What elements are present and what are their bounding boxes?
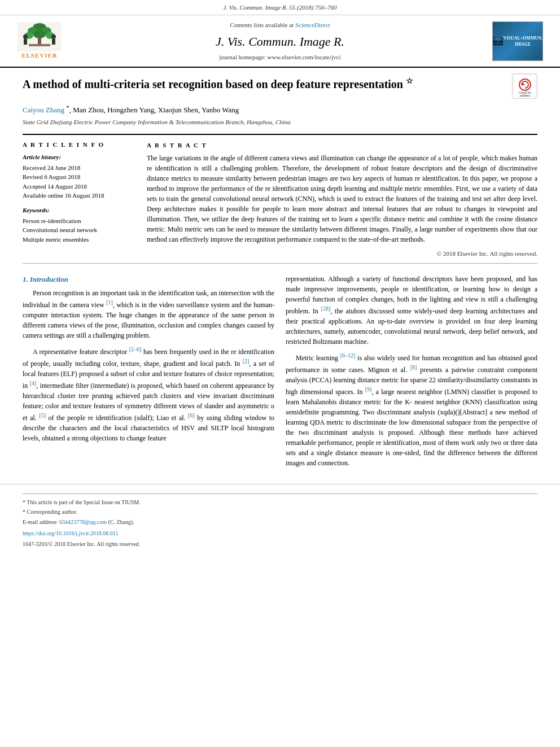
journal-title-center: Contents lists available at ScienceDirec… (68, 21, 492, 62)
sciencedirect-link[interactable]: ScienceDirect (295, 21, 330, 28)
svg-rect-34 (496, 43, 497, 44)
svg-rect-33 (495, 43, 496, 44)
email-link[interactable]: 634423778@qq.com (59, 519, 107, 525)
svg-rect-28 (500, 43, 501, 43)
svg-rect-20 (493, 43, 494, 43)
visual-logo: VISUAL COMMUNICATIONS AND IMAGE (492, 21, 543, 61)
star-symbol: ☆ (406, 77, 413, 85)
authors-text: Caiyou Zhang *, Man Zhou, Hongzhen Yang,… (23, 106, 239, 114)
elsevier-emblem-svg (18, 22, 62, 51)
ref-2-6[interactable]: [2–6] (129, 346, 142, 352)
author-zhang-link[interactable]: Caiyou Zhang (23, 106, 64, 114)
body-col2-p2: Metric learning [6–12] is also widely us… (286, 351, 537, 468)
accepted-date: Accepted 14 August 2018 (23, 182, 135, 191)
article-info-abstract: A R T I C L E I N F O Article history: R… (23, 141, 537, 259)
ref-1[interactable]: [1] (106, 299, 113, 305)
svg-rect-41 (502, 43, 502, 44)
visual-logo-svg: VISUAL COMMUNICATIONS AND IMAGE (493, 22, 503, 60)
keyword-2: Convolutional neural network (23, 225, 135, 235)
body-col-right: representation. Although a variety of fu… (286, 274, 537, 473)
doi-link[interactable]: https://doi.org/10.1016/j.jvcir.2018.08.… (23, 530, 118, 536)
keywords-title: Keywords: (23, 206, 135, 215)
svg-point-9 (23, 34, 28, 39)
contents-line: Contents lists available at ScienceDirec… (68, 21, 492, 30)
abstract-panel: A B S T R A C T The large variations in … (147, 141, 537, 259)
svg-rect-25 (498, 43, 498, 43)
article-history: Article history: Received 24 June 2018 R… (23, 153, 135, 200)
svg-rect-7 (38, 37, 41, 45)
email-footnote: E-mail address: 634423778@qq.com (C. Zha… (23, 518, 537, 527)
body-col-left: 1. Introduction Person recognition is an… (23, 274, 274, 473)
svg-rect-23 (496, 43, 497, 43)
journal-homepage: journal homepage: www.elsevier.com/locat… (68, 53, 492, 62)
divider-thin-after-abstract (23, 263, 537, 264)
body-col2-p1: representation. Although a variety of fu… (286, 274, 537, 347)
svg-rect-24 (497, 43, 497, 43)
svg-rect-22 (495, 43, 496, 43)
ref-6-12[interactable]: [6–12] (340, 352, 356, 359)
svg-rect-8 (29, 44, 50, 46)
svg-rect-36 (498, 43, 498, 44)
svg-rect-31 (493, 43, 494, 44)
body-columns: 1. Introduction Person recognition is an… (23, 274, 537, 473)
footer: * This article is part of the Special Is… (0, 484, 560, 554)
received-date: Received 24 June 2018 (23, 163, 135, 173)
footer-divider (23, 493, 537, 494)
journal-header: ELSEVIER Contents lists available at Sci… (0, 15, 560, 68)
svg-rect-21 (495, 43, 495, 43)
elsevier-logo: ELSEVIER (11, 22, 68, 60)
divider-thick (23, 134, 537, 135)
keyword-3: Multiple metric ensembles (23, 235, 135, 244)
email-suffix: (C. Zhang). (108, 519, 134, 525)
ref-6[interactable]: [6] (188, 412, 195, 418)
ref-4[interactable]: [4] (30, 380, 37, 386)
footnote-2: * Corresponding author. (23, 508, 537, 517)
svg-rect-12 (52, 39, 55, 45)
svg-point-11 (51, 34, 56, 39)
keywords-group: Keywords: Person re-identification Convo… (23, 206, 135, 244)
corresponding-star: * (66, 104, 69, 111)
paper-title: A method of multi-criteria set recogniti… (23, 76, 413, 91)
svg-rect-26 (498, 43, 499, 43)
revised-date: Revised 6 August 2018 (23, 172, 135, 182)
svg-rect-39 (500, 43, 501, 44)
email-label: E-mail address: (23, 519, 58, 525)
ref-5[interactable]: [5] (39, 412, 46, 418)
journal-reference-text: J. Vis. Commun. Image R. 55 (2018) 756–7… (223, 4, 336, 11)
svg-text:updates: updates (520, 94, 530, 97)
elsevier-label: ELSEVIER (21, 51, 58, 60)
svg-rect-27 (500, 43, 500, 43)
authors-line: Caiyou Zhang *, Man Zhou, Hongzhen Yang,… (23, 103, 537, 116)
article-info-panel: A R T I C L E I N F O Article history: R… (23, 141, 135, 259)
ref-9[interactable]: [9] (365, 386, 372, 392)
svg-rect-10 (24, 39, 27, 45)
abstract-label: A B S T R A C T (147, 141, 537, 150)
footnote-1: * This article is part of the Special Is… (23, 499, 537, 507)
body-col1-p2: A representative feature descriptor [2–6… (23, 345, 274, 443)
affiliation-text: State Grid Zhejiang Electric Power Compa… (23, 118, 537, 127)
keyword-1: Person re-identification (23, 216, 135, 226)
svg-rect-40 (501, 43, 502, 44)
svg-rect-35 (497, 43, 497, 44)
abstract-text: The large variations in the angle of dif… (147, 153, 537, 244)
paper-title-text: A method of multi-criteria set recogniti… (23, 77, 403, 90)
contents-text: Contents lists available at (230, 21, 294, 28)
svg-rect-29 (501, 43, 502, 43)
page-wrapper: J. Vis. Commun. Image R. 55 (2018) 756–7… (0, 0, 560, 747)
available-date: Available online 16 August 2018 (23, 191, 135, 200)
ref-28[interactable]: [28] (321, 305, 331, 312)
svg-rect-38 (500, 43, 500, 44)
section-1-heading: 1. Introduction (23, 274, 274, 285)
journal-reference-bar: J. Vis. Commun. Image R. 55 (2018) 756–7… (0, 0, 560, 15)
ref-8[interactable]: [8] (410, 364, 417, 370)
svg-rect-30 (502, 43, 502, 43)
history-title: Article history: (23, 153, 135, 162)
main-content: A method of multi-criteria set recogniti… (0, 68, 560, 484)
ref-2[interactable]: [2] (243, 358, 250, 364)
copyright-notice: © 2018 Elsevier Inc. All rights reserved… (147, 249, 537, 259)
check-updates-icon: Check for updates (514, 75, 536, 97)
issn-copyright: 1047-3203/© 2018 Elsevier Inc. All right… (23, 540, 537, 549)
check-for-updates-badge: Check for updates (512, 73, 537, 99)
journal-main-title: J. Vis. Commun. Image R. (68, 33, 492, 51)
body-col1-p1: Person recognition is an important task … (23, 288, 274, 340)
